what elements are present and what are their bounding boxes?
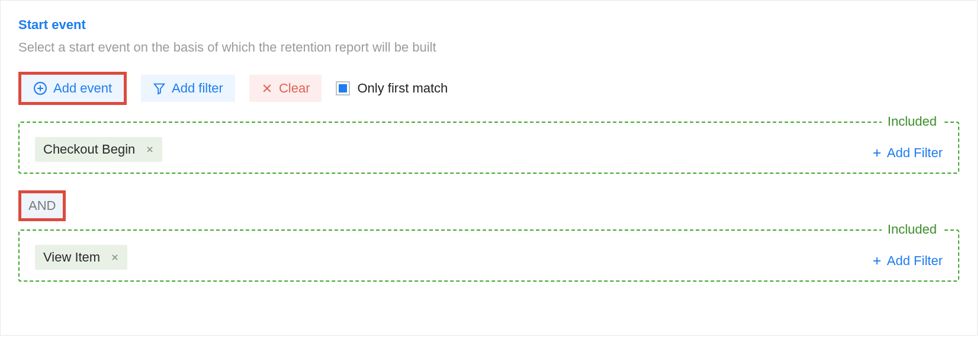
remove-chip-button[interactable] [111,250,119,265]
add-event-highlight: Add event [18,72,127,105]
add-event-label: Add event [53,81,112,96]
start-event-panel: Start event Select a start event on the … [0,0,978,336]
clear-label: Clear [279,81,310,96]
funnel-icon [153,82,166,95]
plus-circle-icon [33,81,47,95]
event-block-wrap: Included Checkout Begin Add Filter [18,122,959,174]
section-title: Start event [18,17,959,33]
event-block: Included View Item Add Filter [18,229,959,282]
close-icon [146,145,154,154]
add-event-button[interactable]: Add event [21,75,124,102]
svg-marker-3 [155,84,165,94]
close-icon [111,253,119,262]
section-subtitle: Select a start event on the basis of whi… [18,40,959,55]
block-add-filter-button[interactable]: Add Filter [872,145,943,161]
event-chip[interactable]: View Item [35,245,127,270]
close-icon [261,82,273,94]
block-add-filter-label: Add Filter [887,253,943,269]
remove-chip-button[interactable] [146,142,154,157]
plus-icon [872,256,882,266]
only-first-match-group[interactable]: Only first match [336,81,448,96]
event-chip[interactable]: Checkout Begin [35,137,162,162]
clear-button[interactable]: Clear [249,75,322,102]
block-legend: Included [882,114,943,129]
block-add-filter-label: Add Filter [887,145,943,161]
block-add-filter-button[interactable]: Add Filter [872,253,943,269]
add-filter-button[interactable]: Add filter [141,75,235,102]
plus-icon [872,148,882,158]
only-first-match-checkbox[interactable] [336,81,350,95]
event-chip-label: View Item [43,250,100,265]
toolbar: Add event Add filter Clear Only first ma… [18,72,959,105]
block-legend: Included [882,222,943,237]
checkbox-checked-icon [339,84,347,93]
event-chip-label: Checkout Begin [43,142,135,157]
logic-operator-chip[interactable]: AND [21,193,63,218]
event-block: Included Checkout Begin Add Filter [18,122,959,174]
add-filter-label: Add filter [172,81,223,96]
logic-operator-highlight: AND [18,190,66,221]
event-block-wrap: Included View Item Add Filter [18,229,959,282]
only-first-match-label: Only first match [357,81,448,96]
